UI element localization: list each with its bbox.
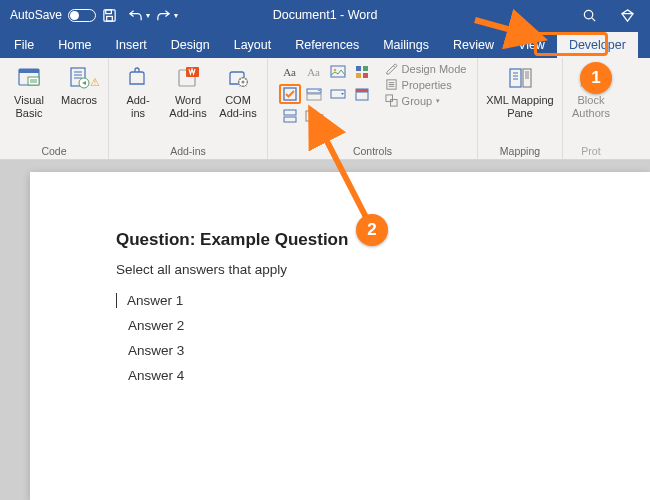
autosave-toggle[interactable] xyxy=(68,9,96,22)
addins-icon xyxy=(124,64,152,92)
group-addins: Add- ins Word Add-ins COM Add-ins Add-in… xyxy=(109,58,268,159)
repeating-section-control-button[interactable] xyxy=(279,106,301,126)
autosave-control[interactable]: AutoSave xyxy=(0,8,96,22)
macros-label: Macros xyxy=(61,94,97,107)
controls-gallery: Aa Aa ▾ xyxy=(279,62,373,126)
svg-rect-2 xyxy=(106,16,112,21)
block-authors-label: Block Authors xyxy=(572,94,610,119)
addins-button[interactable]: Add- ins xyxy=(115,62,161,119)
rich-text-control-button[interactable]: Aa xyxy=(279,62,301,82)
answer-line[interactable]: Answer 3 xyxy=(116,343,650,358)
svg-rect-16 xyxy=(363,66,368,71)
svg-rect-31 xyxy=(510,69,521,87)
group-controls-label: Controls xyxy=(353,144,392,157)
search-icon[interactable] xyxy=(579,5,599,25)
svg-rect-24 xyxy=(356,89,368,92)
svg-rect-18 xyxy=(363,73,368,78)
building-block-control-button[interactable] xyxy=(351,62,373,82)
svg-rect-13 xyxy=(331,66,345,77)
annotation-marker-1: 1 xyxy=(580,62,612,94)
document-title: Document1 - Word xyxy=(273,8,378,22)
com-addins-button[interactable]: COM Add-ins xyxy=(215,62,261,119)
word-addins-label: Word Add-ins xyxy=(169,94,206,119)
date-picker-control-button[interactable] xyxy=(351,84,373,104)
tab-references[interactable]: References xyxy=(283,32,371,58)
tab-help[interactable]: Help xyxy=(638,32,650,58)
save-icon[interactable] xyxy=(99,5,119,25)
visual-basic-icon xyxy=(15,64,43,92)
group-code-label: Code xyxy=(41,144,66,157)
svg-point-3 xyxy=(584,10,592,18)
legacy-tools-button[interactable]: ▾ xyxy=(303,106,325,126)
qat-caret[interactable]: ▾ xyxy=(174,11,178,20)
title-bar: AutoSave ▾ ▾ Document1 - Word xyxy=(0,0,650,30)
com-addins-icon xyxy=(224,64,252,92)
word-addins-button[interactable]: Word Add-ins xyxy=(165,62,211,119)
design-mode-button[interactable]: Design Mode xyxy=(385,62,467,75)
svg-rect-1 xyxy=(105,9,111,13)
tab-mailings[interactable]: Mailings xyxy=(371,32,441,58)
tab-layout[interactable]: Layout xyxy=(222,32,284,58)
group-controls: Aa Aa ▾ Design Mode Properties Group▾ Co… xyxy=(268,58,478,159)
svg-point-12 xyxy=(242,81,245,84)
tab-developer[interactable]: Developer xyxy=(557,32,638,58)
visual-basic-label: Visual Basic xyxy=(14,94,44,119)
visual-basic-button[interactable]: Visual Basic xyxy=(6,62,52,119)
properties-label: Properties xyxy=(402,79,452,91)
ribbon: Visual Basic Macros Code Add- ins Word A… xyxy=(0,58,650,160)
svg-rect-6 xyxy=(28,77,39,85)
checkbox-control-button[interactable] xyxy=(279,84,301,104)
xml-mapping-button[interactable]: XML Mapping Pane xyxy=(484,62,556,119)
svg-point-14 xyxy=(333,69,336,72)
ribbon-tabs: File Home Insert Design Layout Reference… xyxy=(0,30,650,58)
com-addins-label: COM Add-ins xyxy=(219,94,256,119)
word-addins-icon xyxy=(174,64,202,92)
group-code: Visual Basic Macros Code xyxy=(0,58,109,159)
tab-design[interactable]: Design xyxy=(159,32,222,58)
svg-rect-17 xyxy=(356,73,361,78)
tab-insert[interactable]: Insert xyxy=(104,32,159,58)
group-addins-label: Add-ins xyxy=(170,144,206,157)
tab-view[interactable]: View xyxy=(506,32,557,58)
group-button[interactable]: Group▾ xyxy=(385,94,467,107)
answer-line[interactable]: Answer 2 xyxy=(116,318,650,333)
autosave-label: AutoSave xyxy=(10,8,62,22)
svg-rect-15 xyxy=(356,66,361,71)
macros-button[interactable]: Macros xyxy=(56,62,102,107)
tab-home[interactable]: Home xyxy=(46,32,103,58)
annotation-marker-2: 2 xyxy=(356,214,388,246)
svg-rect-30 xyxy=(390,100,397,107)
svg-rect-29 xyxy=(386,95,393,102)
diamond-icon[interactable] xyxy=(617,5,637,25)
svg-rect-5 xyxy=(19,69,39,73)
tab-file[interactable]: File xyxy=(2,32,46,58)
plain-text-control-button[interactable]: Aa xyxy=(303,62,325,82)
svg-rect-21 xyxy=(307,94,321,100)
picture-control-button[interactable] xyxy=(327,62,349,82)
xml-mapping-icon xyxy=(506,64,534,92)
design-mode-label: Design Mode xyxy=(402,63,467,75)
group-mapping-label: Mapping xyxy=(500,144,540,157)
properties-button[interactable]: Properties xyxy=(385,78,467,91)
undo-caret[interactable]: ▾ xyxy=(146,11,150,20)
combo-box-control-button[interactable] xyxy=(303,84,325,104)
group-mapping: XML Mapping Pane Mapping xyxy=(478,58,563,159)
group-label: Group xyxy=(402,95,433,107)
answer-line[interactable]: Answer 1 xyxy=(116,293,650,308)
addins-label: Add- ins xyxy=(126,94,149,119)
redo-icon[interactable] xyxy=(153,5,173,25)
macros-icon xyxy=(65,64,93,92)
tab-review[interactable]: Review xyxy=(441,32,506,58)
svg-rect-25 xyxy=(284,110,296,115)
group-protect-label: Prot xyxy=(581,144,600,157)
dropdown-control-button[interactable] xyxy=(327,84,349,104)
xml-mapping-label: XML Mapping Pane xyxy=(486,94,553,119)
question-instruction: Select all answers that apply xyxy=(116,262,650,277)
answer-line[interactable]: Answer 4 xyxy=(116,368,650,383)
document-page[interactable]: Question: Example Question Select all an… xyxy=(30,172,650,500)
svg-rect-26 xyxy=(284,117,296,122)
undo-icon[interactable] xyxy=(125,5,145,25)
